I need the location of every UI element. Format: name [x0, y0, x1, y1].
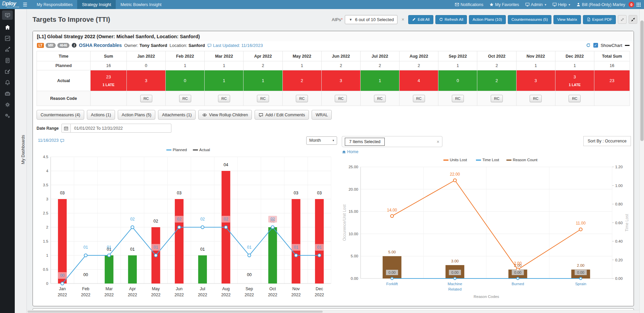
refresh-all-button[interactable]: Refresh All — [435, 15, 467, 24]
rc-button[interactable]: RC — [452, 95, 464, 102]
planned-value: 1 — [282, 61, 321, 70]
sidebar-item-metric-chart[interactable] — [1, 44, 13, 55]
sidebar-item-edit-form[interactable] — [1, 66, 13, 77]
my-dashboards-vertical-label[interactable]: My Dashboards — [21, 135, 25, 164]
actual-cell[interactable]: 4 — [399, 70, 438, 91]
collapse-panel-button[interactable] — [629, 15, 637, 24]
svg-text:2022: 2022 — [245, 293, 254, 297]
rc-button[interactable]: RC — [296, 95, 308, 102]
actual-cell[interactable]: 3 — [127, 70, 166, 91]
svg-text:01: 01 — [200, 247, 205, 252]
nav-tab-strategy-insight[interactable]: Strategy Insight — [77, 0, 116, 9]
sidebar-item-home[interactable] — [1, 22, 13, 33]
actual-cell[interactable]: 1 — [360, 70, 399, 91]
items-clear-button[interactable]: × — [437, 139, 439, 144]
nav-my-favorites[interactable]: My Favorites — [489, 2, 519, 7]
chart-date-link[interactable]: 11/16/2023 — [38, 138, 64, 143]
actual-cell[interactable]: 3 — [516, 70, 555, 91]
rc-button[interactable]: RC — [491, 95, 503, 102]
actual-cell[interactable]: 0 — [438, 70, 477, 91]
svg-text:2022: 2022 — [315, 293, 324, 297]
actual-cell[interactable]: 3 — [321, 70, 360, 91]
nav-notifications[interactable]: Notifications — [455, 2, 483, 7]
aips-clear-button[interactable]: × — [399, 17, 406, 22]
app-logo[interactable]: Dploy SOLUTIONS — [0, 0, 19, 9]
items-selected-value[interactable]: 7 Items Selected — [345, 138, 385, 146]
aips-dropdown[interactable]: ▼ 6 out of 10 Selected — [345, 15, 398, 24]
actual-cell[interactable]: 1 — [244, 70, 282, 91]
rc-button[interactable]: RC — [257, 95, 269, 102]
svg-text:3: 3 — [46, 197, 48, 201]
svg-text:00: 00 — [247, 272, 252, 277]
calendar-button[interactable] — [61, 124, 71, 133]
eye-icon — [202, 113, 207, 117]
countermeasures-5-button[interactable]: Countermeasures (5) — [508, 15, 552, 24]
rc-button[interactable]: RC — [218, 95, 230, 102]
sidebar-item-notifications-bell[interactable] — [1, 77, 13, 88]
rc-button[interactable]: RC — [140, 95, 152, 102]
add-edit-comments-button[interactable]: Add / Edit Comments — [255, 110, 309, 120]
hamburger-menu-icon[interactable]: ☰ — [23, 2, 27, 8]
sidebar-item-admin-gears[interactable] — [1, 110, 13, 121]
info-icon[interactable]: i — [72, 43, 76, 48]
chart-home-link[interactable]: Home — [342, 149, 358, 154]
app-grid-icon[interactable] — [636, 2, 641, 7]
actual-cell[interactable]: 0 — [166, 70, 205, 91]
nav-bill-read-only-marley[interactable]: Bill (Read-Only) Marley — [576, 2, 625, 7]
sidebar-item-report-document[interactable] — [1, 55, 13, 66]
items-selected-dropdown[interactable]: 7 Items Selected × — [342, 136, 442, 147]
rc-button[interactable]: RC — [569, 95, 581, 102]
svg-text:0.00: 0.00 — [351, 276, 358, 280]
rc-button[interactable]: RC — [413, 95, 425, 102]
wral-button[interactable]: WRAL — [312, 110, 332, 120]
actual-cell[interactable]: 31 LATE — [555, 70, 594, 91]
late-note: 1 LATE — [555, 83, 594, 87]
period-select[interactable]: Month▾ — [306, 136, 337, 145]
collapse-row-icon[interactable] — [625, 45, 630, 46]
horizontal-scrollbar[interactable] — [27, 310, 639, 313]
show-chart-checkbox[interactable]: ✓ — [593, 43, 598, 48]
alert-count-badge[interactable]: 0 — [629, 2, 634, 7]
report-document-icon — [4, 57, 11, 64]
sidebar-item-line-chart[interactable] — [1, 33, 13, 44]
action-plans-5-button[interactable]: Action Plans (5) — [118, 110, 155, 120]
actual-cell[interactable]: 231 LATE — [91, 70, 127, 91]
rc-button[interactable]: RC — [530, 95, 542, 102]
svg-text:0.60: 0.60 — [615, 221, 623, 225]
metric-badge-lt: LT — [37, 43, 44, 48]
sidebar-item-settings-gear[interactable] — [1, 99, 13, 110]
nav-tab-my-responsibilities[interactable]: My Responsibilities — [32, 0, 77, 9]
edit-all-button[interactable]: Edit All — [408, 15, 433, 24]
actions-1-button[interactable]: Actions (1) — [87, 110, 115, 120]
nav-tab-metric-bowlers-insight[interactable]: Metric Bowlers Insight — [116, 0, 166, 9]
actual-cell[interactable]: 2 — [477, 70, 516, 91]
last-updated-link[interactable]: Last Updated: 11/16/2023 — [207, 43, 263, 48]
export-pdf-button[interactable]: Export PDF — [583, 15, 616, 24]
expand-panel-button[interactable] — [618, 15, 627, 24]
rc-button[interactable]: RC — [374, 95, 386, 102]
vertical-scrollbar-thumb[interactable] — [640, 20, 644, 141]
countermeasures-4-button[interactable]: Countermeasures (4) — [37, 110, 84, 120]
metric-name-link[interactable]: OSHA Recordables — [79, 43, 122, 48]
svg-text:2.5: 2.5 — [43, 211, 48, 215]
sidebar-item-toolbox[interactable] — [1, 88, 13, 99]
horizontal-scrollbar-thumb[interactable] — [28, 311, 323, 313]
view-matrix-button[interactable]: View Matrix — [553, 15, 581, 24]
rc-button[interactable]: RC — [335, 95, 347, 102]
nav-help[interactable]: Help▾ — [552, 2, 570, 7]
date-range-input[interactable] — [71, 124, 171, 133]
rc-button[interactable]: RC — [179, 95, 191, 102]
actual-cell[interactable]: 1 — [205, 70, 244, 91]
actual-cell[interactable]: 2 — [282, 70, 321, 91]
svg-text:Jul: Jul — [200, 287, 205, 291]
sort-by-button[interactable]: Sort By : Occurrence — [583, 136, 631, 146]
vertical-scrollbar[interactable] — [639, 9, 644, 313]
action-plans-10-button[interactable]: Action Plans (10) — [469, 15, 506, 24]
view-rollup-children-button[interactable]: View Rollup Children — [198, 110, 252, 120]
actual-cell[interactable]: 23 — [594, 70, 630, 91]
refresh-icon[interactable] — [586, 43, 591, 48]
caret-down-icon: ▼ — [349, 18, 353, 21]
sidebar-item-dashboard-monitor[interactable] — [2, 10, 13, 20]
attachments-1-button[interactable]: Attachments (1) — [158, 110, 196, 120]
nav-admin[interactable]: Admin▾ — [525, 2, 546, 7]
